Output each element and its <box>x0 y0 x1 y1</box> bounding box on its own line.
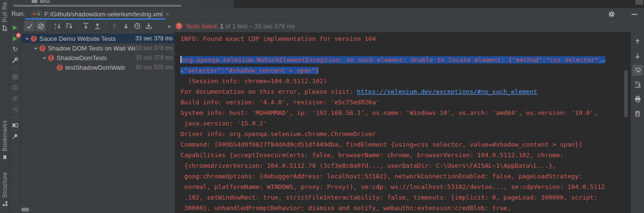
console-line: INFO: Found exact CDP implementation for… <box>180 34 631 44</box>
soft-wrap-toggle-button[interactable] <box>632 65 643 75</box>
tool-window-stripe: Pull Re Bookmarks Structure <box>0 0 10 213</box>
next-failed-test-button[interactable] <box>120 21 131 31</box>
project-horizontal-scrollbar[interactable] <box>13 5 181 7</box>
console-line: java.version: '15.0.2' <box>180 118 631 129</box>
more-actions-chevrons[interactable]: » <box>167 23 171 30</box>
scroll-to-end-button[interactable] <box>632 79 643 90</box>
console-line: System info: host: 'MOHAMMAD', ip: '192.… <box>180 108 631 118</box>
rerun-failed-tests-button[interactable]: ▶ 9 <box>10 33 21 43</box>
test-error-icon: ! <box>57 64 63 71</box>
rerun-button[interactable]: ▶ <box>10 22 21 32</box>
test-status-line: ! Tests failed: 1 of 1 test – 33 sec 378… <box>176 23 295 30</box>
console-line-selected: ↳"selector":"#shadow_content > span"} <box>180 65 631 76</box>
sort-alphabetically-button[interactable]: a z <box>52 21 63 31</box>
console-line-selected: org.openqa.selenium.NoSuchElementExcepti… <box>180 55 631 65</box>
pin-tab-icon[interactable] <box>10 131 21 141</box>
customize-wrench-icon[interactable] <box>10 55 21 65</box>
testng-icon: NG <box>32 11 42 17</box>
test-error-icon: ! <box>31 36 37 42</box>
console-line: {chromedriverVersion: 104.0.5112.79 (3cf… <box>180 161 631 171</box>
console-right-toolbar <box>631 32 644 213</box>
chevron-down-icon[interactable] <box>41 55 47 61</box>
console-line: goog:chromeOptions: {debuggerAddress: lo… <box>180 171 631 182</box>
attach-process-icon[interactable] <box>10 104 21 114</box>
structure-label: Structure <box>1 172 8 198</box>
toolwindow-button-structure[interactable]: Structure <box>0 172 10 209</box>
console-line: Driver info: org.openqa.selenium.chrome.… <box>180 129 631 139</box>
soft-wrap-end-icon: ↵ <box>602 57 606 63</box>
tree-row-label: Shadow DOM Tests on Wait Websit <box>48 45 135 52</box>
layout-settings-icon[interactable] <box>10 120 21 130</box>
console-line-with-link: For documentation on this error, please … <box>180 87 631 97</box>
tree-row-label: Sauce Demo Website Tests <box>39 35 116 42</box>
chevron-down-icon[interactable] <box>24 36 30 41</box>
tree-horizontal-scrollbar[interactable] <box>21 208 29 212</box>
editor-gutter-sliver <box>201 0 234 8</box>
soft-wrap-start-icon: ↳ <box>180 68 184 74</box>
project-tree-item-test[interactable]: test <box>32 0 50 4</box>
bookmark-icon <box>2 154 8 163</box>
structure-icon <box>2 200 8 209</box>
tree-row-time: 33 sec 378 ms <box>135 45 175 51</box>
import-test-results-button[interactable] <box>143 21 154 31</box>
clear-console-trash-button[interactable] <box>632 108 643 119</box>
console-line: (Session info: chrome=104.0.5112.102) <box>180 76 631 87</box>
toolbar-separator <box>12 68 19 68</box>
test-error-icon: ! <box>39 45 46 51</box>
tree-row-time: 33 sec 378 ms <box>135 54 175 61</box>
show-ignored-button[interactable] <box>36 21 46 31</box>
console-output[interactable]: INFO: Found exact CDP implementation for… <box>175 32 631 213</box>
test-history-clock-icon[interactable] <box>132 21 143 31</box>
console-vertical-scrollbar[interactable] <box>624 70 628 117</box>
toolbar-separator <box>78 22 78 30</box>
pull-requests-label: Pull Re <box>1 2 8 22</box>
collapse-all-button[interactable] <box>92 21 103 31</box>
toolbar-separator <box>12 117 19 117</box>
close-tab-icon[interactable]: × <box>166 11 169 17</box>
console-line: 30000}, unhandledPromptBehavior: dismiss… <box>180 203 631 213</box>
toolbar-separator <box>49 22 50 30</box>
console-line <box>180 44 631 55</box>
scroll-up-button[interactable] <box>632 36 643 47</box>
expand-all-button[interactable] <box>81 21 91 31</box>
settings-gear-icon[interactable] <box>608 11 615 20</box>
editor-scrollbar-corner <box>635 0 643 5</box>
status-summary: of 1 test – 33 sec 378 ms <box>224 23 295 30</box>
print-button[interactable] <box>632 94 643 104</box>
rerun-with-coverage-bug-icon[interactable] <box>10 93 21 103</box>
previous-failed-test-button[interactable] <box>109 21 119 31</box>
hide-tool-window-icon[interactable] <box>632 14 637 15</box>
tree-row-suite[interactable]: ! Sauce Demo Website Tests 33 sec 378 ms <box>21 34 175 43</box>
run-tab-title: F:/Github/shadowdom-selenium/testng.xml <box>45 11 163 18</box>
editor-background-sliver <box>234 0 644 8</box>
test-filter-icon[interactable]: ▦ <box>10 71 21 81</box>
scroll-down-button[interactable] <box>632 50 643 61</box>
sort-by-duration-button[interactable] <box>64 21 74 31</box>
screenshot-camera-icon[interactable] <box>10 82 21 92</box>
console-line: normal, platformName: WINDOWS, proxy: Pr… <box>180 182 631 192</box>
folder-icon <box>32 0 37 3</box>
run-left-toolbar: ▶ ▶ 9 ↻ ▦ <box>10 20 21 213</box>
svg-text:z: z <box>54 26 56 30</box>
tests-failed-balloon-icon: ! <box>176 23 182 29</box>
documentation-link[interactable]: https://selenium.dev/exceptions/#no_such… <box>357 88 537 95</box>
chevron-down-icon[interactable] <box>33 45 38 51</box>
run-label: Run: <box>12 10 24 17</box>
run-tab-bar: Run: NG F:/Github/shadowdom-selenium/tes… <box>10 8 644 20</box>
status-failed-text: Tests failed: <box>185 23 218 30</box>
console-line: Build info: version: '4.4.0', revision: … <box>180 97 631 108</box>
tree-row-time: 30 sec 525 ms <box>135 64 175 71</box>
show-passed-button[interactable] <box>24 21 35 31</box>
toolwindow-button-pull-requests[interactable]: Pull Re <box>0 2 10 33</box>
tree-row-test-class[interactable]: ! ShadowDomTests 33 sec 378 ms <box>21 53 175 63</box>
toolwindow-button-bookmarks[interactable]: Bookmarks <box>0 120 10 163</box>
console-line: Command: [009b54d9f6627f84d4d9cd51df449d… <box>180 139 631 150</box>
tree-row-time: 33 sec 378 ms <box>135 35 175 42</box>
console-line: Capabilities {acceptInsecureCerts: false… <box>180 150 631 161</box>
tree-row-test-method[interactable]: ! testShadowDomWatir 30 sec 525 ms <box>21 63 175 72</box>
tree-row-test-group[interactable]: ! Shadow DOM Tests on Wait Websit 33 sec… <box>21 43 175 53</box>
test-error-icon: ! <box>48 55 54 61</box>
bookmarks-label: Bookmarks <box>1 120 8 151</box>
toggle-auto-test-button[interactable]: ↻ <box>10 44 21 54</box>
clipped-project-editor-strip: test <box>10 0 644 8</box>
